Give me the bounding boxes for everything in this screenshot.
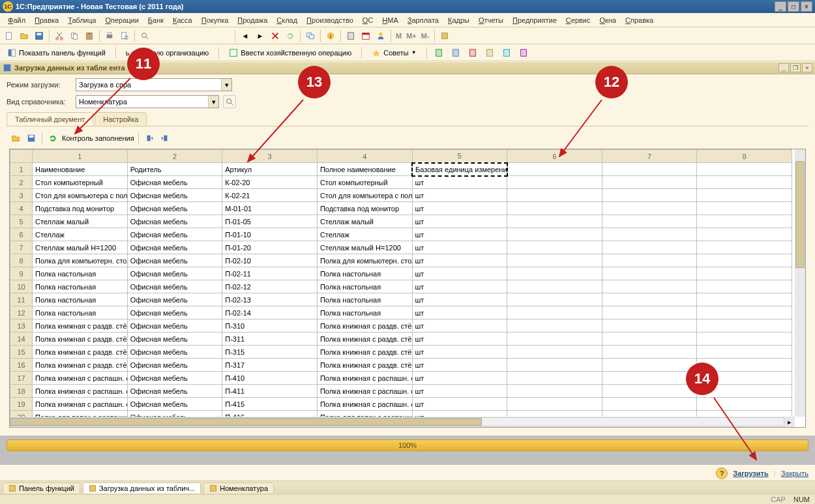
data-cell[interactable]: шт bbox=[412, 202, 507, 215]
data-cell[interactable] bbox=[697, 254, 792, 267]
data-cell[interactable] bbox=[602, 385, 697, 398]
data-cell[interactable]: Офисная мебель bbox=[127, 319, 222, 333]
advice-button[interactable]: Советы ▼ bbox=[367, 46, 421, 59]
data-cell[interactable]: П-311 bbox=[222, 333, 318, 346]
data-cell[interactable]: П-02-14 bbox=[222, 306, 318, 319]
menu-Кадры[interactable]: Кадры bbox=[444, 15, 473, 25]
data-cell[interactable] bbox=[697, 241, 792, 254]
menu-Окна[interactable]: Окна bbox=[596, 15, 621, 25]
doc-icon-4[interactable] bbox=[483, 46, 496, 59]
data-cell[interactable] bbox=[507, 306, 602, 319]
menu-Правка[interactable]: Правка bbox=[31, 15, 63, 25]
data-cell[interactable]: Полка настольная bbox=[317, 306, 412, 319]
data-cell[interactable] bbox=[602, 215, 697, 228]
data-cell[interactable]: П-02-13 bbox=[222, 293, 318, 306]
data-cell[interactable]: Офисная мебель bbox=[127, 267, 222, 280]
doc-icon-6[interactable] bbox=[517, 46, 530, 59]
data-cell[interactable] bbox=[507, 228, 602, 241]
header-cell[interactable] bbox=[602, 163, 697, 176]
data-cell[interactable]: шт bbox=[412, 228, 507, 241]
data-cell[interactable] bbox=[507, 398, 602, 411]
data-cell[interactable]: шт bbox=[412, 254, 507, 267]
data-cell[interactable]: Подставка под монитор bbox=[317, 202, 412, 215]
col-header[interactable]: 4 bbox=[317, 150, 412, 163]
doc-icon-3[interactable] bbox=[466, 46, 479, 59]
row-header[interactable]: 9 bbox=[10, 267, 33, 280]
header-cell[interactable]: Родитель bbox=[127, 163, 222, 176]
data-cell[interactable]: Офисная мебель bbox=[127, 241, 222, 254]
data-cell[interactable]: Полка книжная с раздв. стёклам bbox=[317, 359, 412, 372]
header-cell[interactable] bbox=[697, 163, 792, 176]
menu-Банк[interactable]: Банк bbox=[144, 15, 168, 25]
data-cell[interactable]: Полка книжная с раздв. стёклами bbox=[33, 346, 128, 359]
col-header[interactable]: 7 bbox=[602, 150, 697, 163]
data-cell[interactable]: шт bbox=[412, 280, 507, 293]
minimize-button[interactable]: _ bbox=[775, 1, 786, 12]
search-ref-button[interactable] bbox=[223, 95, 236, 108]
refresh-icon[interactable] bbox=[284, 29, 297, 42]
row-header[interactable]: 3 bbox=[10, 189, 33, 202]
header-cell[interactable]: Базовая единица измерения bbox=[412, 163, 507, 176]
task-button[interactable]: Панель функций bbox=[3, 482, 80, 494]
data-cell[interactable]: Стеллаж малый bbox=[33, 215, 128, 228]
header-cell[interactable]: Наименование bbox=[33, 163, 128, 176]
data-cell[interactable]: П-02-11 bbox=[222, 267, 318, 280]
data-cell[interactable] bbox=[507, 267, 602, 280]
data-cell[interactable]: шт bbox=[412, 398, 507, 411]
data-cell[interactable]: шт bbox=[412, 306, 507, 319]
data-cell[interactable] bbox=[602, 346, 697, 359]
calendar-icon[interactable] bbox=[359, 29, 372, 42]
data-cell[interactable]: шт bbox=[412, 189, 507, 202]
data-cell[interactable]: Стол компьютерный bbox=[317, 176, 412, 189]
data-cell[interactable]: Полка настольная bbox=[317, 293, 412, 306]
close-dialog-button[interactable]: Закрыть bbox=[781, 469, 808, 477]
header-cell[interactable] bbox=[507, 163, 602, 176]
data-cell[interactable] bbox=[507, 280, 602, 293]
row-header[interactable]: 2 bbox=[10, 176, 33, 189]
refresh-check-icon[interactable] bbox=[46, 132, 59, 145]
calc-icon[interactable] bbox=[344, 29, 357, 42]
data-cell[interactable] bbox=[697, 267, 792, 280]
data-cell[interactable]: Полка настольная bbox=[317, 280, 412, 293]
data-cell[interactable] bbox=[507, 333, 602, 346]
move-right-icon[interactable] bbox=[158, 132, 171, 145]
data-cell[interactable]: Полка для компьютерн. стола bbox=[33, 254, 128, 267]
data-cell[interactable] bbox=[602, 280, 697, 293]
new-icon[interactable] bbox=[3, 29, 16, 42]
row-header[interactable]: 16 bbox=[10, 359, 33, 372]
data-cell[interactable]: П-310 bbox=[222, 319, 318, 333]
data-cell[interactable]: Офисная мебель bbox=[127, 359, 222, 372]
data-cell[interactable]: Офисная мебель bbox=[127, 176, 222, 189]
data-cell[interactable] bbox=[602, 333, 697, 346]
data-cell[interactable]: Полка книжная с распашн. стёкл bbox=[317, 372, 412, 385]
data-cell[interactable]: Офисная мебель bbox=[127, 202, 222, 215]
sw-minimize-button[interactable]: _ bbox=[778, 63, 789, 72]
menu-Таблица[interactable]: Таблица bbox=[64, 15, 100, 25]
row-header[interactable]: 8 bbox=[10, 254, 33, 267]
col-header[interactable]: 5 bbox=[412, 150, 507, 163]
data-cell[interactable]: шт bbox=[412, 267, 507, 280]
menu-Зарплата[interactable]: Зарплата bbox=[404, 15, 443, 25]
info-icon[interactable]: i bbox=[324, 29, 337, 42]
col-header[interactable]: 1 bbox=[33, 150, 128, 163]
row-header[interactable]: 13 bbox=[10, 319, 33, 333]
show-panel-button[interactable]: Показать панель функций bbox=[3, 46, 110, 59]
data-cell[interactable]: шт bbox=[412, 241, 507, 254]
m-minus-icon[interactable]: M- bbox=[420, 32, 431, 40]
chevron-down-icon[interactable]: ▾ bbox=[208, 96, 218, 108]
menu-Склад[interactable]: Склад bbox=[273, 15, 301, 25]
data-cell[interactable]: П-315 bbox=[222, 346, 318, 359]
data-cell[interactable]: П-02-10 bbox=[222, 254, 318, 267]
data-cell[interactable]: шт bbox=[412, 346, 507, 359]
data-cell[interactable]: Полка настольная bbox=[33, 267, 128, 280]
data-cell[interactable]: Офисная мебель bbox=[127, 293, 222, 306]
data-cell[interactable]: П-01-20 bbox=[222, 241, 318, 254]
data-cell[interactable]: Полка книжная с распашн. стёкла bbox=[33, 385, 128, 398]
data-cell[interactable]: П-410 bbox=[222, 372, 318, 385]
menu-Справка[interactable]: Справка bbox=[621, 15, 657, 25]
row-header[interactable]: 19 bbox=[10, 398, 33, 411]
data-cell[interactable]: Полка книжная с раздв. стёклами bbox=[33, 319, 128, 333]
data-cell[interactable]: П-317 bbox=[222, 359, 318, 372]
data-cell[interactable]: шт bbox=[412, 293, 507, 306]
m-icon[interactable]: M bbox=[394, 32, 403, 40]
